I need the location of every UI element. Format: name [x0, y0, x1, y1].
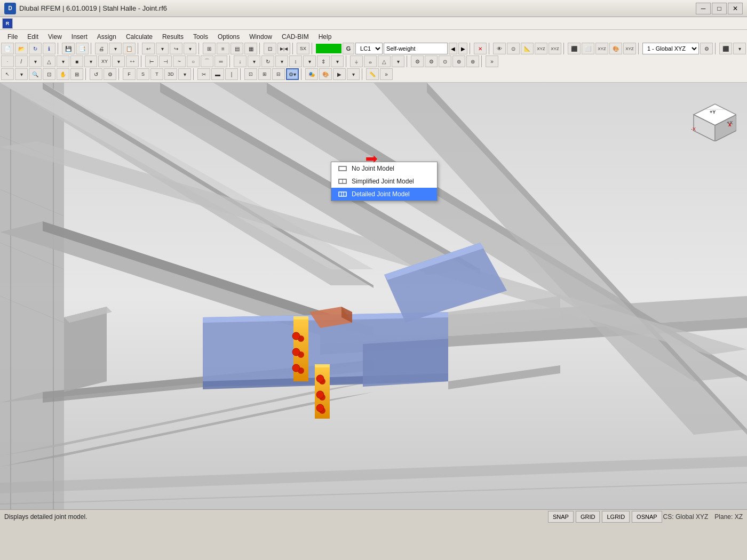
- menu-options[interactable]: Options: [213, 32, 244, 42]
- coord-btn2[interactable]: ▾: [112, 55, 125, 67]
- lc-prev-button[interactable]: ◀: [449, 43, 457, 54]
- xyz-button[interactable]: XYZ: [535, 43, 547, 54]
- menu-assign[interactable]: Assign: [93, 32, 121, 42]
- dropdown-item-detailed-joint[interactable]: Detailed Joint Model: [331, 188, 437, 201]
- copy-button[interactable]: 📋: [123, 43, 136, 54]
- cable-button[interactable]: ⌒: [201, 55, 213, 67]
- line-type[interactable]: ▾: [29, 55, 42, 67]
- lc-name-input[interactable]: [384, 43, 448, 54]
- force-type[interactable]: ▾: [248, 55, 260, 67]
- minimize-button[interactable]: ─: [696, 3, 711, 14]
- new-button[interactable]: 📄: [1, 43, 14, 54]
- spring-button[interactable]: ~: [173, 55, 186, 67]
- menu-tools[interactable]: Tools: [189, 32, 212, 42]
- app-menu-icon[interactable]: R: [2, 18, 13, 29]
- snap-panel[interactable]: SNAP: [548, 511, 574, 523]
- grid-button[interactable]: ⊞: [203, 43, 216, 54]
- section-view2[interactable]: |: [225, 68, 238, 80]
- render2-button[interactable]: XYZ: [623, 43, 636, 54]
- view-settings[interactable]: ⊙: [507, 43, 520, 54]
- menu-cadbim[interactable]: CAD-BIM: [277, 32, 313, 42]
- solid-type[interactable]: ▾: [84, 55, 97, 67]
- grid-panel[interactable]: GRID: [576, 511, 600, 523]
- dropdown-item-no-joint[interactable]: No Joint Model: [331, 162, 437, 175]
- load2-button[interactable]: ⇕: [317, 55, 330, 67]
- member-button[interactable]: ⊢: [145, 55, 158, 67]
- section3-btn[interactable]: ⊛: [466, 55, 479, 67]
- zoom-fit2[interactable]: ⊞: [70, 68, 83, 80]
- lc-number-select[interactable]: LC1: [355, 43, 383, 54]
- redo-dropdown[interactable]: ▾: [184, 43, 196, 54]
- dropdown-item-simplified-joint[interactable]: Simplified Joint Model: [331, 175, 437, 188]
- render-button[interactable]: 🎨: [609, 43, 622, 54]
- section-view[interactable]: ▬: [211, 68, 224, 80]
- coord-settings[interactable]: ⚙: [700, 43, 713, 54]
- snap-btn[interactable]: ++: [126, 55, 139, 67]
- zoom-fit-button[interactable]: ▶|◀: [277, 43, 290, 54]
- table3-button[interactable]: ▦: [244, 43, 257, 54]
- persp-view[interactable]: 3D: [164, 68, 177, 80]
- view-dropdown[interactable]: ▾: [178, 68, 191, 80]
- anim-type[interactable]: ▾: [347, 68, 360, 80]
- side-view[interactable]: S: [137, 68, 149, 80]
- joint-type-btn[interactable]: ⚙▾: [286, 68, 299, 80]
- open-button[interactable]: 📂: [15, 43, 28, 54]
- zoom-pan[interactable]: ✋: [57, 68, 69, 80]
- osnap-panel[interactable]: OSNAP: [632, 511, 662, 523]
- hinge-button[interactable]: ○: [187, 55, 200, 67]
- polygon-button[interactable]: △: [43, 55, 55, 67]
- undo-button[interactable]: ↩: [142, 43, 155, 54]
- display2-button[interactable]: ⬜: [582, 43, 594, 54]
- render4-button[interactable]: 🎨: [319, 68, 332, 80]
- lc-type[interactable]: G: [343, 43, 354, 54]
- undo-dropdown[interactable]: ▾: [156, 43, 169, 54]
- menu-view[interactable]: View: [44, 32, 66, 42]
- solid-button[interactable]: ■: [70, 55, 83, 67]
- more-btn[interactable]: »: [486, 55, 498, 67]
- clipping-button[interactable]: ✂: [197, 68, 210, 80]
- extra-button[interactable]: ⬛: [719, 43, 732, 54]
- node-button[interactable]: ·: [1, 55, 14, 67]
- menu-window[interactable]: Window: [245, 32, 276, 42]
- menu-results[interactable]: Results: [158, 32, 188, 42]
- xyz3-button[interactable]: XYZ: [595, 43, 608, 54]
- joint-detailed-button[interactable]: ⊟: [272, 68, 285, 80]
- zoom-full-button[interactable]: ⊡: [264, 43, 276, 54]
- save-all-button[interactable]: 📑: [76, 43, 89, 54]
- load-button[interactable]: ↕: [289, 55, 302, 67]
- support2-button[interactable]: ⏛: [364, 55, 377, 67]
- info-button[interactable]: ℹ: [43, 43, 55, 54]
- support-type[interactable]: ▾: [392, 55, 404, 67]
- menu-insert[interactable]: Insert: [67, 32, 92, 42]
- scene-3d[interactable]: [0, 83, 747, 509]
- beam-button[interactable]: ═: [214, 55, 227, 67]
- zoom-in-button[interactable]: 🔍: [29, 68, 42, 80]
- top-view[interactable]: T: [150, 68, 163, 80]
- measure-button[interactable]: 📐: [521, 43, 534, 54]
- menu-help[interactable]: Help: [314, 32, 336, 42]
- load-type[interactable]: ▾: [303, 55, 316, 67]
- print-button[interactable]: 🖨: [95, 43, 108, 54]
- load2-type[interactable]: ▾: [331, 55, 344, 67]
- lc-next-button[interactable]: ▶: [458, 43, 467, 54]
- redo-button[interactable]: ↪: [170, 43, 182, 54]
- front-view[interactable]: F: [123, 68, 136, 80]
- menu-file[interactable]: File: [3, 32, 22, 42]
- moment-button[interactable]: ↻: [261, 55, 274, 67]
- maximize-button[interactable]: □: [712, 3, 727, 14]
- support-button[interactable]: ⏚: [350, 55, 363, 67]
- table-button[interactable]: ≡: [217, 43, 229, 54]
- lgrid-panel[interactable]: LGRID: [602, 511, 630, 523]
- view-settings2[interactable]: ⚙: [104, 68, 116, 80]
- delete-lc-button[interactable]: ✕: [474, 43, 487, 54]
- xyz2-button[interactable]: XYZ: [549, 43, 561, 54]
- view3d-button[interactable]: 👁: [493, 43, 506, 54]
- menu-edit[interactable]: Edit: [23, 32, 43, 42]
- moment-type[interactable]: ▾: [275, 55, 288, 67]
- close-button[interactable]: ✕: [728, 3, 743, 14]
- refresh-button[interactable]: ↻: [29, 43, 42, 54]
- animation-button[interactable]: ▶: [333, 68, 346, 80]
- table2-button[interactable]: ▤: [231, 43, 243, 54]
- menu-calculate[interactable]: Calculate: [122, 32, 157, 42]
- polygon-type[interactable]: ▾: [57, 55, 69, 67]
